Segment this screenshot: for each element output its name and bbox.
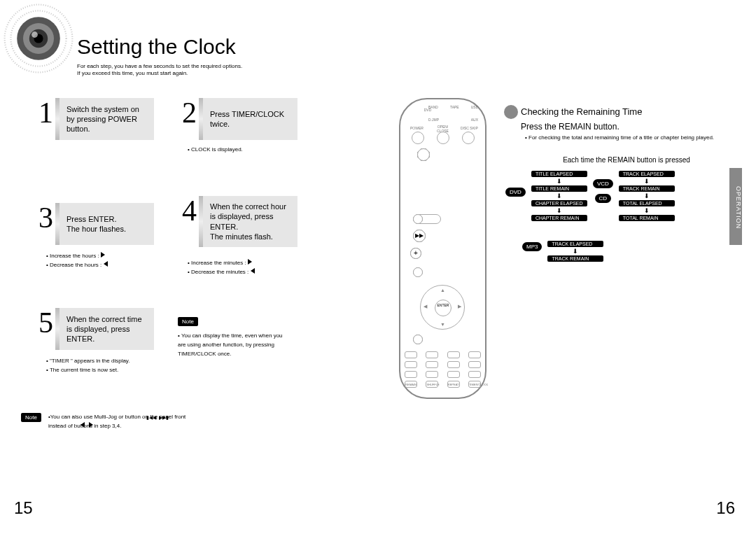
note-badge: Note bbox=[21, 413, 41, 422]
step-2: 2 Press TIMER/CLOCK twice. bbox=[182, 98, 298, 140]
right-arrow-icon bbox=[248, 259, 252, 265]
right-arrow-icon bbox=[89, 422, 93, 428]
step-2-note: • CLOCK is displayed. bbox=[188, 146, 243, 155]
note-badge: Note bbox=[178, 317, 198, 326]
remote-dpad: ENTER ▲ ▼ ◀ ▶ bbox=[420, 285, 465, 330]
remote-remain-btn: REMAIN bbox=[405, 381, 417, 388]
down-arrow-icon: ⬇ bbox=[644, 208, 650, 213]
speaker-logo bbox=[0, 0, 77, 77]
svg-point-6 bbox=[31, 31, 38, 38]
step-4: 4 When the correct hour is displayed, pr… bbox=[182, 196, 298, 247]
left-arrow-icon bbox=[104, 261, 108, 267]
remote-enter-btn: ENTER bbox=[435, 300, 451, 316]
remain-cycle-heading: Each time the REMAIN button is pressed bbox=[504, 156, 749, 164]
down-arrow-icon: ⬇ bbox=[644, 178, 650, 184]
right-arrow-icon bbox=[101, 252, 105, 258]
down-arrow-icon: ⬇ bbox=[556, 178, 562, 184]
step-1: 1 Switch the system on by pressing POWER… bbox=[38, 98, 154, 140]
page-number-left: 15 bbox=[14, 498, 33, 518]
page-title: Setting the Clock bbox=[77, 35, 236, 59]
skip-back-icon: ▮◀◀ bbox=[146, 414, 156, 421]
page-subtitle: For each step, you have a few seconds to… bbox=[77, 63, 242, 78]
remote-illustration: DVD BAND TAPE USB D.JMP AUX POWER OPEN/ … bbox=[399, 98, 486, 399]
down-arrow-icon: ⬇ bbox=[556, 208, 562, 213]
remote-disc-btn bbox=[462, 132, 475, 144]
remote-open-btn bbox=[437, 132, 449, 144]
step-3: 3 Press ENTER. The hour flashes. bbox=[38, 203, 154, 245]
remote-dvd-btn bbox=[410, 108, 420, 116]
manual-page-left: Setting the Clock For each step, you hav… bbox=[7, 7, 371, 525]
step-5-notes: • "TIMER " appears in the display. • The… bbox=[46, 357, 130, 375]
skip-fwd-icon: ▶▶▮ bbox=[159, 414, 169, 421]
left-arrow-icon bbox=[251, 268, 255, 274]
manual-page-right: OPERATION DVD BAND TAPE USB D.JMP AUX bbox=[378, 7, 742, 525]
checking-remaining-time: Checking the Remaining Time Press the RE… bbox=[504, 105, 749, 263]
remain-flow-dvd-vcd: DVD TITLE ELAPSED⬇ TITLE REMAIN⬇ CHAPTER… bbox=[504, 169, 749, 223]
remote-power-btn bbox=[412, 132, 424, 144]
step-4-notes: • Increase the minutes : • Decrease the … bbox=[188, 259, 255, 277]
bullet-circle-icon bbox=[504, 105, 518, 119]
side-note: Note • You can display the time, even wh… bbox=[178, 314, 283, 358]
bottom-note: Note •You can also use Multi-Jog or butt… bbox=[21, 413, 300, 431]
page-number-right: 16 bbox=[716, 498, 735, 518]
down-arrow-icon: ⬇ bbox=[573, 248, 578, 254]
down-arrow-icon: ⬇ bbox=[556, 193, 562, 199]
remain-flow-mp3: MP3 TRACK ELAPSED⬇ TRACK REMAIN bbox=[504, 239, 749, 263]
step-3-notes: • Increase the hours : • Decrease the ho… bbox=[46, 252, 108, 270]
left-arrow-icon bbox=[80, 422, 85, 428]
step-5: 5 When the correct time is displayed, pr… bbox=[38, 308, 154, 350]
down-arrow-icon: ⬇ bbox=[644, 193, 650, 199]
